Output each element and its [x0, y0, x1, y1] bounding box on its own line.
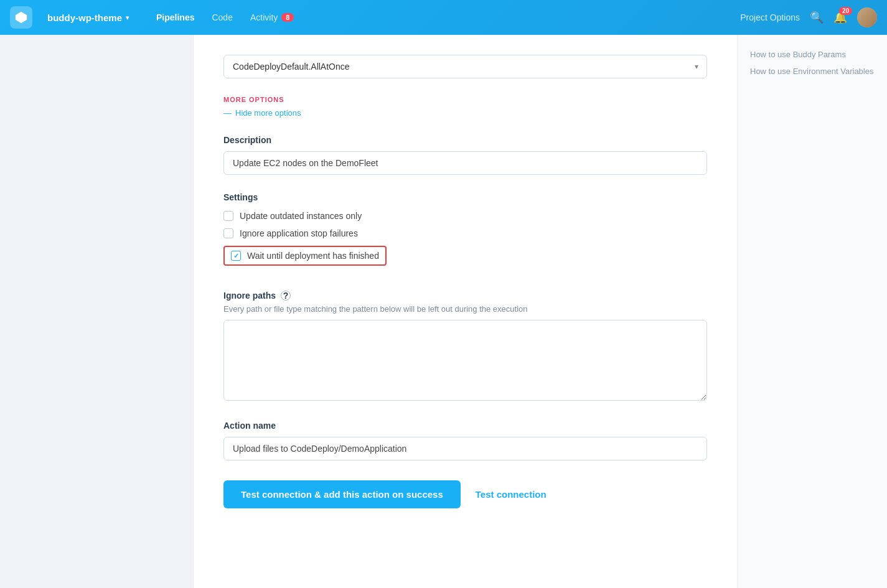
- ignore-paths-textarea[interactable]: [223, 320, 707, 401]
- checkbox-wait-deployment-row: Wait until deployment has finished: [223, 246, 387, 266]
- deployment-config-select-wrapper: CodeDeployDefault.AllAtOnce ▾: [223, 55, 707, 78]
- description-section: Description: [223, 135, 707, 175]
- avatar-image: [857, 7, 877, 27]
- description-input[interactable]: [223, 151, 707, 175]
- checkbox-ignore-failures[interactable]: [223, 228, 233, 238]
- checkbox-update-outdated[interactable]: [223, 211, 233, 221]
- checkbox-wait-deployment[interactable]: [231, 251, 241, 261]
- checkbox-ignore-failures-label[interactable]: Ignore application stop failures: [240, 228, 358, 238]
- action-name-input[interactable]: [223, 437, 707, 460]
- svg-marker-0: [16, 12, 27, 23]
- checkbox-ignore-failures-row: Ignore application stop failures: [223, 228, 707, 238]
- ignore-paths-description: Every path or file type matching the pat…: [223, 304, 707, 314]
- main-content: CodeDeployDefault.AllAtOnce ▾ MORE OPTIO…: [193, 35, 738, 588]
- activity-badge: 8: [281, 13, 294, 22]
- ignore-paths-help-icon[interactable]: ?: [281, 291, 291, 301]
- project-name: buddy-wp-theme: [47, 12, 122, 23]
- test-connection-add-button[interactable]: Test connection & add this action on suc…: [223, 480, 461, 508]
- project-options-link[interactable]: Project Options: [740, 12, 800, 22]
- right-sidebar: How to use Buddy Params How to use Envir…: [738, 35, 887, 588]
- help-icon-text: ?: [283, 291, 289, 301]
- settings-section: Settings Update outdated instances only …: [223, 192, 707, 273]
- notification-count: 20: [839, 7, 852, 15]
- header-right: Project Options 🔍 🔔 20: [740, 7, 877, 27]
- project-selector[interactable]: buddy-wp-theme ▾: [47, 12, 129, 23]
- more-options-label: MORE OPTIONS: [223, 96, 707, 103]
- nav-item-pipelines[interactable]: Pipelines: [149, 9, 202, 26]
- action-name-section: Action name: [223, 421, 707, 460]
- ignore-paths-label: Ignore paths: [223, 291, 276, 301]
- test-connection-button[interactable]: Test connection: [476, 489, 547, 500]
- minus-icon: —: [223, 108, 232, 118]
- project-dropdown-arrow: ▾: [126, 14, 129, 21]
- deployment-config-section: CodeDeployDefault.AllAtOnce ▾: [223, 55, 707, 78]
- ignore-paths-section: Ignore paths ? Every path or file type m…: [223, 291, 707, 403]
- action-buttons-row: Test connection & add this action on suc…: [223, 480, 707, 508]
- checkbox-wait-deployment-label[interactable]: Wait until deployment has finished: [247, 251, 379, 261]
- search-icon[interactable]: 🔍: [810, 11, 824, 24]
- deployment-config-select[interactable]: CodeDeployDefault.AllAtOnce: [223, 55, 707, 78]
- env-vars-link[interactable]: How to use Environment Variables: [750, 67, 875, 76]
- hide-options-toggle[interactable]: — Hide more options: [223, 108, 707, 118]
- nav-item-code[interactable]: Code: [204, 9, 240, 26]
- nav-item-activity[interactable]: Activity 8: [243, 9, 301, 26]
- more-options-section: MORE OPTIONS — Hide more options: [223, 96, 707, 118]
- settings-label: Settings: [223, 192, 707, 202]
- ignore-paths-label-row: Ignore paths ?: [223, 291, 707, 301]
- description-label: Description: [223, 135, 707, 145]
- page-container: CodeDeployDefault.AllAtOnce ▾ MORE OPTIO…: [0, 35, 887, 588]
- checkbox-update-outdated-label[interactable]: Update outdated instances only: [240, 211, 362, 221]
- user-avatar[interactable]: [857, 7, 877, 27]
- left-sidebar: [0, 35, 193, 588]
- action-name-label: Action name: [223, 421, 707, 431]
- main-nav: Pipelines Code Activity 8: [149, 9, 301, 26]
- checkbox-update-outdated-row: Update outdated instances only: [223, 211, 707, 221]
- logo-icon: [14, 11, 28, 24]
- app-logo[interactable]: [10, 6, 32, 29]
- activity-label: Activity: [250, 12, 278, 22]
- app-header: buddy-wp-theme ▾ Pipelines Code Activity…: [0, 0, 887, 35]
- hide-options-text: Hide more options: [235, 108, 301, 118]
- buddy-params-link[interactable]: How to use Buddy Params: [750, 50, 875, 59]
- notification-bell[interactable]: 🔔 20: [833, 11, 847, 24]
